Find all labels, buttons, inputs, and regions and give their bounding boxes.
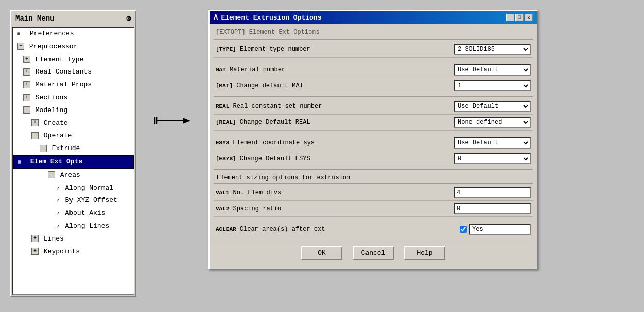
change-real-label: [REAL] Change Default REAL (216, 119, 428, 126)
minus-icon: − (31, 132, 39, 139)
arrow-connector (152, 113, 193, 129)
sizing-section-header: Element sizing options for extrusion (214, 172, 533, 184)
sidebar-item-label: Create (44, 119, 68, 127)
sidebar-item-areas[interactable]: − Areas (13, 169, 134, 182)
val1-label: VAL1 No. Elem divs (216, 189, 428, 196)
sidebar-item-label: Extrude (52, 144, 80, 152)
sidebar-item-element-type[interactable]: + Element Type (13, 53, 134, 66)
element-type-control: 2 SOLID185 1 SOLID186 (428, 44, 531, 55)
val2-control (428, 203, 531, 214)
grid-icon: ▦ (18, 158, 25, 166)
minus-icon: − (40, 145, 47, 152)
arrow-icon: ↗ (56, 196, 60, 206)
minus-icon: − (17, 43, 24, 50)
esys-select[interactable]: Use Default 0 (454, 137, 531, 149)
real-constant-select[interactable]: Use Default 1 (454, 101, 531, 112)
dialog-title: Element Extrusion Options (221, 14, 321, 22)
form-row-element-type: [TYPE] Element type number 2 SOLID185 1 … (214, 42, 533, 58)
form-row-mat-number: MAT Material number Use Default 1 (214, 62, 533, 78)
aclear-value-input[interactable] (469, 224, 531, 235)
sidebar-item-about-axis[interactable]: ↗ About Axis (13, 207, 134, 220)
change-mat-select[interactable]: 1 2 (454, 80, 531, 91)
sidebar-item-real-constants[interactable]: + Real Constants (13, 66, 134, 79)
sidebar-item-extrude[interactable]: − Extrude (13, 142, 134, 155)
dialog-buttons: OK Cancel Help (214, 241, 533, 265)
sidebar-item-label: Operate (44, 132, 72, 139)
sidebar-item-by-xyz-offset[interactable]: ↗ By XYZ Offset (13, 194, 134, 207)
connector-arrow-svg (154, 113, 190, 129)
arrow-icon: ↗ (56, 222, 60, 231)
mat-number-control: Use Default 1 (428, 64, 531, 76)
mat-number-label: MAT Material number (216, 66, 428, 74)
maximize-button[interactable]: □ (515, 14, 524, 21)
val2-input[interactable] (454, 203, 531, 214)
change-esys-control: 0 1 (428, 153, 531, 164)
change-mat-control: 1 2 (428, 80, 531, 91)
sidebar-item-label: Lines (44, 235, 64, 243)
form-row-val2: VAL2 Spacing ratio (214, 201, 533, 217)
sidebar-item-label: Real Constants (36, 68, 92, 76)
change-real-select[interactable]: None defined 1 (454, 117, 531, 128)
sidebar-item-label: Elem Ext Opts (30, 158, 82, 166)
sidebar-item-label: Modeling (36, 106, 67, 114)
plus-icon: + (23, 56, 30, 63)
val1-control (428, 187, 531, 198)
element-extrusion-dialog: Λ Element Extrusion Options _ □ ✕ [EXTOP… (208, 10, 538, 270)
minus-icon: − (23, 106, 30, 114)
element-type-select[interactable]: 2 SOLID185 1 SOLID186 (454, 44, 531, 55)
arrow-icon: ↗ (56, 209, 60, 218)
sidebar-item-operate[interactable]: − Operate (13, 130, 134, 142)
sidebar-item-label: Preprocessor (29, 43, 78, 50)
esys-label: ESYS Element coordinate sys (216, 139, 428, 146)
plus-icon: + (23, 68, 30, 76)
sidebar-item-label: Along Normal (65, 184, 113, 192)
ok-button[interactable]: OK (301, 246, 342, 260)
sidebar-item-label: Areas (60, 171, 80, 179)
sidebar-item-sections[interactable]: + Sections (13, 91, 134, 104)
change-mat-label: [MAT] Change default MAT (216, 82, 428, 89)
sidebar-item-preprocessor[interactable]: − Preprocessor (13, 41, 134, 53)
dialog-subtitle: [EXTOPT] Element Ext Options (214, 28, 533, 37)
main-menu-header: Main Menu ⊗ (11, 11, 135, 26)
sidebar-item-along-lines[interactable]: ↗ Along Lines (13, 220, 134, 233)
form-row-real-constant: REAL Real constant set number Use Defaul… (214, 99, 533, 115)
plus-icon: + (23, 94, 30, 101)
close-button[interactable]: ✕ (525, 14, 533, 21)
change-esys-select[interactable]: 0 1 (454, 153, 531, 164)
sidebar-item-label: Material Props (36, 81, 92, 88)
form-row-change-real: [REAL] Change Default REAL None defined … (214, 115, 533, 131)
sidebar-item-elem-ext-opts[interactable]: ▦ Elem Ext Opts (13, 155, 134, 169)
cancel-button[interactable]: Cancel (353, 246, 394, 260)
sidebar-item-preferences[interactable]: ≡ Preferences (13, 28, 134, 41)
minimize-button[interactable]: _ (506, 14, 514, 21)
sidebar-item-keypoints[interactable]: + Keypoints (13, 246, 134, 259)
val1-input[interactable] (454, 187, 531, 198)
aclear-label: ACLEAR Clear area(s) after ext (216, 226, 428, 233)
form-row-change-esys: [ESYS] Change Default ESYS 0 1 (214, 151, 533, 167)
plus-icon: + (23, 81, 30, 88)
form-row-aclear: ACLEAR Clear area(s) after ext (214, 222, 533, 237)
sidebar-item-create[interactable]: + Create (13, 117, 134, 130)
plus-icon: + (31, 235, 39, 242)
change-esys-label: [ESYS] Change Default ESYS (216, 155, 428, 162)
aclear-control (428, 224, 531, 235)
sidebar-item-label: Sections (36, 94, 67, 101)
sidebar-item-lines[interactable]: + Lines (13, 233, 134, 246)
sidebar-item-material-props[interactable]: + Material Props (13, 79, 134, 91)
mat-number-select[interactable]: Use Default 1 (454, 64, 531, 76)
titlebar-buttons: _ □ ✕ (506, 14, 533, 21)
sidebar-item-modeling[interactable]: − Modeling (13, 104, 134, 117)
sidebar-item-label: Preferences (30, 30, 74, 38)
sidebar-item-label: Keypoints (44, 248, 80, 255)
aclear-checkbox[interactable] (460, 226, 467, 233)
val2-label: VAL2 Spacing ratio (216, 205, 428, 212)
sidebar-item-label: Along Lines (65, 222, 109, 230)
collapse-button[interactable]: ⊗ (126, 13, 131, 24)
form-row-val1: VAL1 No. Elem divs (214, 185, 533, 201)
sidebar-item-along-normal[interactable]: ↗ Along Normal (13, 182, 134, 195)
help-button[interactable]: Help (404, 246, 445, 260)
real-constant-label: REAL Real constant set number (216, 103, 428, 110)
sidebar-item-label: By XYZ Offset (65, 196, 117, 204)
tree-view: ≡ Preferences − Preprocessor + Element T… (12, 27, 134, 295)
aclear-checkbox-row (460, 224, 531, 235)
